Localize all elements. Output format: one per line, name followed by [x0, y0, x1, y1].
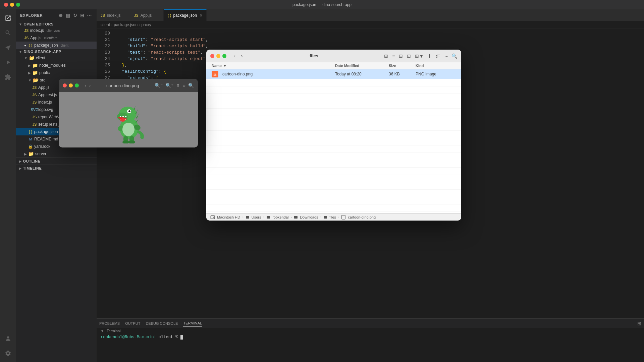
open-editor-path-package: client — [61, 44, 68, 47]
finder-icon-view-btn[interactable]: ⊞ — [383, 52, 389, 60]
tab-problems[interactable]: PROBLEMS — [99, 320, 120, 327]
code-line-20: "start": "react-scripts start", — [117, 37, 208, 42]
tree-filename-src: src — [40, 78, 45, 82]
outline-header[interactable]: ▶ Outline — [16, 158, 97, 165]
tab-close-package[interactable]: × — [200, 13, 202, 18]
breadcrumb-client[interactable]: client — [101, 22, 110, 27]
finder-maximize-button[interactable] — [222, 54, 226, 58]
refresh-icon[interactable]: ↻ — [72, 12, 78, 19]
breadcrumb-proxy[interactable]: proxy — [141, 22, 151, 27]
collapse-icon[interactable]: ⊟ — [79, 12, 85, 19]
maximize-button[interactable] — [16, 3, 20, 7]
tree-item-node-modules[interactable]: ▶ 📁 node_modules — [16, 62, 97, 69]
tabs-bar: JS index.js JS App.js { } package.json × — [97, 9, 644, 21]
finder-col-size-header[interactable]: Size — [389, 64, 416, 68]
timeline-header[interactable]: ▶ Timeline — [16, 165, 97, 172]
path-sep5: › — [338, 215, 339, 219]
finder-more-btn[interactable]: ··· — [443, 52, 449, 60]
empty-row-4 — [206, 101, 461, 109]
debug-activity-icon[interactable] — [2, 56, 14, 68]
tab-appjs[interactable]: JS App.js — [130, 9, 164, 21]
finder-search-button[interactable]: 🔍 — [451, 53, 457, 59]
chevrons-icon[interactable]: » — [183, 83, 185, 88]
zoom-in-icon[interactable]: 🔍⁺ — [165, 83, 173, 88]
tab-output[interactable]: OUTPUT — [125, 320, 140, 327]
dino-app-header[interactable]: ▼ Dino-Search-App — [16, 49, 97, 54]
sidebar: Explorer ⊕ ▤ ↻ ⊟ ··· ▼ Open Editors JS i… — [16, 9, 97, 362]
tree-item-client[interactable]: ▼ 📁 client — [16, 54, 97, 62]
terminal-content[interactable]: robkendal@Robs-Mac-mini client % — [97, 334, 644, 362]
extensions-activity-icon[interactable] — [2, 71, 14, 83]
preview-close-btn[interactable] — [63, 83, 67, 87]
minimize-button[interactable] — [10, 3, 14, 7]
open-editor-item-index[interactable]: JS index.js client/src — [16, 27, 97, 34]
finder-forward-button[interactable]: › — [239, 52, 245, 60]
finder-arrange-btn[interactable]: ⊞▼ — [414, 52, 425, 60]
preview-min-btn[interactable] — [69, 83, 73, 87]
tree-item-server[interactable]: ▶ 📁 server — [16, 150, 97, 158]
breadcrumb-package[interactable]: package.json — [114, 22, 138, 27]
tab-icon-indexjs: JS — [101, 13, 105, 17]
finder-tag-btn[interactable]: 🏷 — [435, 52, 441, 60]
terminal-section-chevron: ▼ — [101, 329, 104, 333]
finder-col-date-header[interactable]: Date Modified — [335, 64, 389, 68]
finder-file-row[interactable]: 🖼 cartoon-dino.png Today at 08:20 36 KB … — [206, 69, 461, 79]
git-activity-icon[interactable] — [2, 42, 14, 54]
finder-col-name-header[interactable]: Name ▼ — [212, 64, 335, 68]
zoom-out-icon[interactable]: 🔍⁻ — [155, 83, 163, 88]
open-editor-item-package[interactable]: ● { } package.json client — [16, 42, 97, 49]
open-editors-label: Open Editors — [23, 22, 54, 26]
terminal-more-icon[interactable]: ⊞ — [637, 321, 641, 326]
tab-debug-console[interactable]: DEBUG CONSOLE — [146, 320, 178, 327]
open-editors-header[interactable]: ▼ Open Editors — [16, 21, 97, 27]
col-size-label: Size — [389, 64, 396, 68]
finder-titlebar: ‹ › files ⊞ ≡ ⊟ ⊡ ⊞▼ ⬆ 🏷 ··· 🔍 — [206, 50, 461, 62]
settings-activity-icon[interactable] — [2, 347, 14, 359]
finder-share-btn[interactable]: ⬆ — [427, 52, 433, 60]
account-activity-icon[interactable] — [2, 333, 14, 345]
tab-indexjs[interactable]: JS index.js — [97, 9, 130, 21]
finder-minimize-button[interactable] — [216, 54, 220, 58]
client-chevron: ▼ — [24, 56, 28, 60]
new-folder-icon[interactable]: ▤ — [65, 12, 71, 19]
finder-list-view-btn[interactable]: ≡ — [391, 52, 396, 60]
path-sep4: › — [320, 215, 322, 219]
preview-body — [59, 92, 198, 147]
preview-back-icon[interactable]: ‹ — [85, 83, 87, 88]
empty-row-5 — [206, 109, 461, 116]
path-sep2: › — [263, 215, 264, 219]
terminal-section-label: Terminal — [107, 329, 121, 333]
search-activity-icon[interactable] — [2, 27, 14, 39]
file-type-icon: 🖼 — [212, 71, 218, 77]
tab-packagejson[interactable]: { } package.json × — [164, 9, 207, 21]
tree-filename-logo: logo.svg — [38, 107, 53, 112]
finder-col-kind-header[interactable]: Kind — [416, 64, 456, 68]
png-icon: 🖼 — [213, 72, 217, 76]
close-button[interactable] — [4, 3, 8, 7]
share-icon[interactable]: ⬆ — [176, 83, 180, 88]
finder-column-view-btn[interactable]: ⊟ — [398, 52, 404, 60]
finder-back-button[interactable]: ‹ — [232, 52, 237, 60]
finder-close-button[interactable] — [210, 54, 214, 58]
code-line-25: "eslintConfig": { — [117, 69, 166, 74]
explorer-activity-icon[interactable] — [2, 12, 14, 24]
activity-bar-bottom — [2, 333, 14, 362]
tree-item-public[interactable]: ▶ 📁 public — [16, 69, 97, 76]
preview-max-btn[interactable] — [75, 83, 79, 87]
node-modules-chevron: ▶ — [28, 64, 31, 67]
preview-forward-icon[interactable]: › — [89, 83, 91, 88]
finder-file-size: 36 KB — [389, 72, 416, 76]
preview-tools: 🔍⁻ 🔍⁺ ⬆ » 🔍 — [155, 83, 194, 88]
more-icon[interactable]: ··· — [87, 12, 93, 19]
finder-gallery-view-btn[interactable]: ⊡ — [406, 52, 412, 60]
preview-search-icon[interactable]: 🔍 — [188, 83, 194, 88]
finder-traffic-lights — [210, 54, 226, 58]
timeline-section: ▶ Timeline — [16, 165, 97, 172]
new-file-icon[interactable]: ⊕ — [58, 12, 64, 19]
empty-row-13 — [206, 168, 461, 175]
tab-terminal[interactable]: TERMINAL — [183, 320, 202, 327]
empty-row-6 — [206, 116, 461, 123]
outline-section: ▶ Outline — [16, 158, 97, 165]
open-editor-item-app[interactable]: JS App.js client/src — [16, 34, 97, 42]
breadcrumb-sep2: › — [139, 23, 140, 27]
